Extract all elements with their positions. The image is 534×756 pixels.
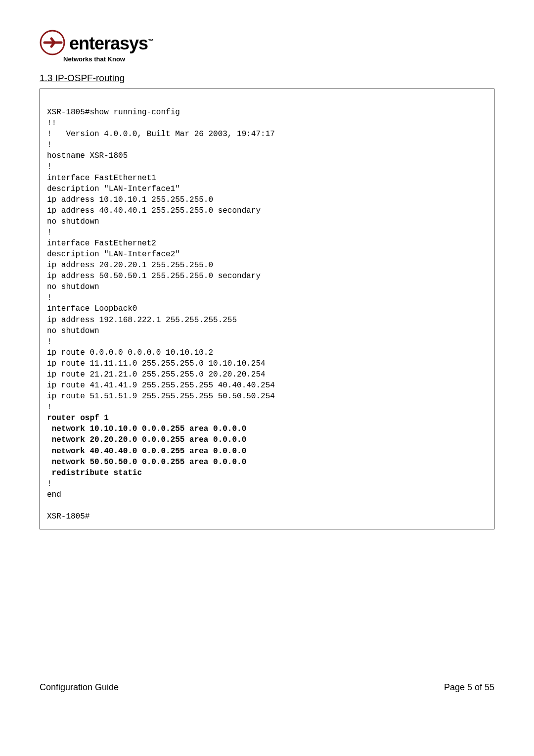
config-code-block: XSR-1805#show running-config !! ! Versio…: [40, 89, 494, 529]
logo-tagline: Networks that Know: [63, 55, 494, 63]
section-heading: 1.3 IP-OSPF-routing: [40, 73, 494, 84]
code-line: ip address 50.50.50.1 255.255.255.0 seco…: [47, 272, 261, 281]
code-line: !: [47, 337, 52, 346]
code-line: network 40.40.40.0 0.0.0.255 area 0.0.0.…: [47, 447, 246, 456]
code-line: !: [47, 479, 52, 488]
code-line: ip address 192.168.222.1 255.255.255.255: [47, 316, 237, 325]
code-line: description "LAN-Interface1": [47, 185, 180, 193]
code-line: XSR-1805#show running-config: [47, 108, 180, 117]
code-line: interface Loopback0: [47, 304, 137, 313]
code-line: ip route 0.0.0.0 0.0.0.0 10.10.10.2: [47, 348, 213, 357]
code-line: interface FastEthernet1: [47, 174, 156, 183]
code-line: ip route 21.21.21.0 255.255.255.0 20.20.…: [47, 370, 266, 379]
code-line: router ospf 1: [47, 414, 109, 423]
code-line: !: [47, 162, 52, 171]
code-line: network 20.20.20.0 0.0.0.255 area 0.0.0.…: [47, 435, 246, 444]
logo-area: enterasys™ Networks that Know: [40, 30, 494, 63]
code-line: ip address 20.20.20.1 255.255.255.0: [47, 261, 213, 270]
code-line: ip address 40.40.40.1 255.255.255.0 seco…: [47, 206, 261, 215]
logo-tm: ™: [148, 38, 153, 45]
code-line: no shutdown: [47, 327, 99, 335]
code-line: interface FastEthernet2: [47, 239, 156, 248]
code-line: XSR-1805#: [47, 512, 89, 521]
logo-name-text: enterasys: [69, 33, 148, 53]
footer: Configuration Guide Page 5 of 55: [40, 682, 494, 693]
code-line: ip route 51.51.51.9 255.255.255.255 50.5…: [47, 392, 275, 401]
code-line: ip route 11.11.11.0 255.255.255.0 10.10.…: [47, 359, 266, 368]
code-line: !!: [47, 119, 56, 128]
code-line: !: [47, 403, 52, 412]
code-line: !: [47, 141, 52, 149]
logo: enterasys™: [40, 30, 494, 57]
footer-left: Configuration Guide: [40, 682, 119, 693]
enterasys-logo-icon: [40, 30, 65, 57]
code-line: end: [47, 490, 61, 499]
footer-right: Page 5 of 55: [444, 682, 494, 693]
code-line: hostname XSR-1805: [47, 151, 128, 160]
code-line: ! Version 4.0.0.0, Built Mar 26 2003, 19…: [47, 130, 275, 139]
code-line: description "LAN-Interface2": [47, 250, 180, 259]
code-line: !: [47, 293, 52, 302]
code-line: network 50.50.50.0 0.0.0.255 area 0.0.0.…: [47, 458, 246, 467]
code-line: redistribute static: [47, 469, 142, 477]
logo-text: enterasys™: [69, 33, 153, 54]
code-line: no shutdown: [47, 217, 99, 226]
code-line: ip route 41.41.41.9 255.255.255.255 40.4…: [47, 381, 275, 390]
logo-name: enterasys™: [69, 33, 153, 54]
code-line: !: [47, 228, 52, 237]
code-line: ip address 10.10.10.1 255.255.255.0: [47, 195, 213, 204]
page: enterasys™ Networks that Know 1.3 IP-OSP…: [0, 0, 534, 712]
code-line: network 10.10.10.0 0.0.0.255 area 0.0.0.…: [47, 425, 246, 433]
code-line: no shutdown: [47, 283, 99, 291]
